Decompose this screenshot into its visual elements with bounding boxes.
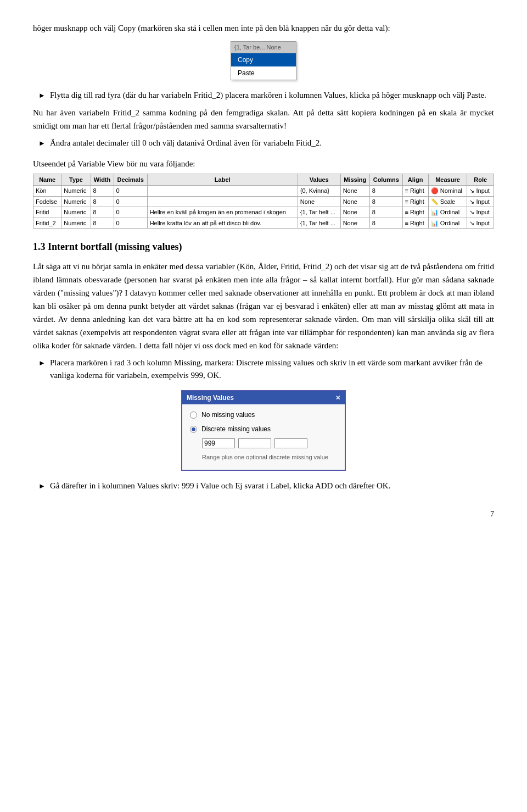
variable-table: Name Type Width Decimals Label Values Mi… xyxy=(33,174,494,229)
col-columns: Columns xyxy=(369,174,402,186)
cell-decimals: 0 xyxy=(114,207,147,218)
cell-decimals: 0 xyxy=(114,196,147,207)
cell-width: 8 xyxy=(91,218,114,229)
col-decimals: Decimals xyxy=(114,174,147,186)
cell-columns: 8 xyxy=(369,207,402,218)
cell-label xyxy=(147,196,298,207)
cell-decimals: 0 xyxy=(114,218,147,229)
mv-body: No missing values Discrete missing value… xyxy=(182,404,345,470)
cell-width: 8 xyxy=(91,207,114,218)
table-header-row: Name Type Width Decimals Label Values Mi… xyxy=(33,174,494,186)
cell-width: 8 xyxy=(91,186,114,197)
cell-role: ↘ Input xyxy=(467,196,494,207)
cell-values: {1, Tar helt ... xyxy=(298,207,340,218)
cell-name: Fodelse xyxy=(33,196,61,207)
cell-missing: None xyxy=(340,196,369,207)
col-name: Name xyxy=(33,174,61,186)
context-menu-paste[interactable]: Paste xyxy=(231,66,296,80)
bullet-arrow-4: ► xyxy=(38,481,46,492)
cell-measure: 📊 Ordinal xyxy=(428,207,467,218)
col-values: Values xyxy=(298,174,340,186)
cell-label: Hellre en kväll på krogen än en promenad… xyxy=(147,207,298,218)
section-heading: 1.3 Internt bortfall (missing values) xyxy=(33,240,494,254)
mv-title: Missing Values xyxy=(187,393,234,403)
table-row: Fritid_2Numeric80Hellre kratta löv an at… xyxy=(33,218,494,229)
bullet-item-3: ► Placera markören i rad 3 och kolumn Mi… xyxy=(33,357,494,381)
cell-missing: None xyxy=(340,207,369,218)
bullet-text-3: Placera markören i rad 3 och kolumn Miss… xyxy=(50,357,494,381)
mv-input-row xyxy=(202,438,337,448)
bullet-arrow-2: ► xyxy=(38,138,46,149)
table-row: KönNumeric80{0, Kvinna}None8≡ Right🔴 Nom… xyxy=(33,186,494,197)
bullet-item-2: ► Ändra antalet decimaler till 0 och väl… xyxy=(33,137,494,149)
cell-name: Fritid_2 xyxy=(33,218,61,229)
cell-decimals: 0 xyxy=(114,186,147,197)
table-row: FodelseNumeric80NoneNone8≡ Right📏 Scale↘… xyxy=(33,196,494,207)
cell-measure: 🔴 Nominal xyxy=(428,186,467,197)
cell-label: Hellre kratta löv an att på ett disco bl… xyxy=(147,218,298,229)
bullet-arrow-3: ► xyxy=(38,358,46,369)
cell-role: ↘ Input xyxy=(467,218,494,229)
cell-values: None xyxy=(298,196,340,207)
cell-columns: 8 xyxy=(369,186,402,197)
missing-values-container: Missing Values ✕ No missing values Discr… xyxy=(33,390,494,471)
cell-name: Kön xyxy=(33,186,61,197)
col-label: Label xyxy=(147,174,298,186)
cell-measure: 📊 Ordinal xyxy=(428,218,467,229)
context-menu: {1, Tar be... None Copy Paste xyxy=(231,41,296,81)
col-type: Type xyxy=(61,174,91,186)
cell-measure: 📏 Scale xyxy=(428,196,467,207)
paragraph-1: Nu har även variabeln Fritid_2 samma kod… xyxy=(33,106,494,132)
context-menu-copy[interactable]: Copy xyxy=(231,53,296,66)
bullet-arrow-1: ► xyxy=(38,90,46,101)
paragraph-2: Låt säga att vi nu börjat samla in enkät… xyxy=(33,260,494,352)
cell-type: Numeric xyxy=(61,196,91,207)
cell-role: ↘ Input xyxy=(467,186,494,197)
cell-align: ≡ Right xyxy=(402,186,428,197)
bullet-text-4: Gå därefter in i kolumnen Values skriv: … xyxy=(50,480,494,492)
mv-no-missing-radio[interactable] xyxy=(190,411,197,419)
mv-value-1[interactable] xyxy=(202,438,235,448)
col-role: Role xyxy=(467,174,494,186)
mv-titlebar: Missing Values ✕ xyxy=(182,391,345,404)
mv-no-missing-row: No missing values xyxy=(190,410,337,420)
intro-paragraph: höger musknapp och välj Copy (markören s… xyxy=(33,22,494,35)
mv-no-missing-label: No missing values xyxy=(201,410,255,420)
cell-missing: None xyxy=(340,186,369,197)
table-row: FritidNumeric80Hellre en kväll på krogen… xyxy=(33,207,494,218)
mv-discrete-row: Discrete missing values xyxy=(190,424,337,434)
page-number: 7 xyxy=(33,508,494,520)
cell-name: Fritid xyxy=(33,207,61,218)
variable-view-label: Utseendet på Variable View bör nu vara f… xyxy=(33,158,494,170)
cell-width: 8 xyxy=(91,196,114,207)
cell-align: ≡ Right xyxy=(402,196,428,207)
mv-value-3[interactable] xyxy=(274,438,307,448)
mv-close-icon[interactable]: ✕ xyxy=(335,393,340,403)
context-menu-container: {1, Tar be... None Copy Paste xyxy=(33,41,494,81)
bullet-item-4: ► Gå därefter in i kolumnen Values skriv… xyxy=(33,480,494,492)
col-width: Width xyxy=(91,174,114,186)
mv-discrete-radio[interactable] xyxy=(190,426,197,433)
page-content: höger musknapp och välj Copy (markören s… xyxy=(33,22,494,520)
cell-missing: None xyxy=(340,218,369,229)
bullet-text-1: Flytta dig till rad fyra (där du har var… xyxy=(50,89,494,102)
mv-value-2[interactable] xyxy=(238,438,271,448)
cell-align: ≡ Right xyxy=(402,218,428,229)
cell-align: ≡ Right xyxy=(402,207,428,218)
cell-type: Numeric xyxy=(61,186,91,197)
cell-type: Numeric xyxy=(61,218,91,229)
context-menu-top: {1, Tar be... None xyxy=(231,42,296,54)
missing-values-dialog: Missing Values ✕ No missing values Discr… xyxy=(181,390,346,471)
mv-range-label: Range plus one optional discrete missing… xyxy=(202,453,337,462)
cell-columns: 8 xyxy=(369,218,402,229)
col-measure: Measure xyxy=(428,174,467,186)
cell-type: Numeric xyxy=(61,207,91,218)
mv-discrete-label: Discrete missing values xyxy=(201,424,271,434)
col-missing: Missing xyxy=(340,174,369,186)
cell-columns: 8 xyxy=(369,196,402,207)
bullet-item-1: ► Flytta dig till rad fyra (där du har v… xyxy=(33,89,494,102)
cell-label xyxy=(147,186,298,197)
cell-values: {1, Tar helt ... xyxy=(298,218,340,229)
bullet-text-2: Ändra antalet decimaler till 0 och välj … xyxy=(50,137,494,149)
col-align: Align xyxy=(402,174,428,186)
